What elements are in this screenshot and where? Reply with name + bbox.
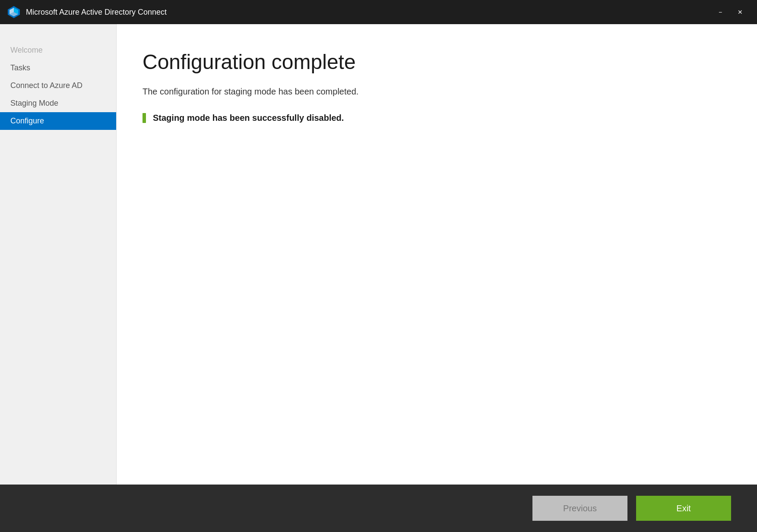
sidebar-item-staging-mode[interactable]: Staging Mode [0, 94, 116, 112]
sidebar-item-configure[interactable]: Configure [0, 112, 116, 130]
sidebar-item-tasks[interactable]: Tasks [0, 59, 116, 77]
close-button[interactable]: ✕ [730, 4, 750, 20]
minimize-button[interactable]: − [710, 4, 730, 20]
previous-button[interactable]: Previous [532, 496, 627, 521]
app-logo-icon [7, 5, 21, 19]
exit-button[interactable]: Exit [636, 496, 731, 521]
sidebar-item-connect-azure-ad[interactable]: Connect to Azure AD [0, 77, 116, 94]
sidebar-item-welcome[interactable]: Welcome [0, 41, 116, 59]
app-title: Microsoft Azure Active Directory Connect [26, 8, 710, 17]
success-text: Staging mode has been successfully disab… [153, 113, 344, 123]
window-controls: − ✕ [710, 4, 750, 20]
success-message: Staging mode has been successfully disab… [143, 113, 731, 123]
main-window: Welcome Tasks Connect to Azure AD Stagin… [0, 24, 757, 532]
main-panel: Configuration complete The configuration… [117, 24, 757, 485]
content-area: Welcome Tasks Connect to Azure AD Stagin… [0, 24, 757, 485]
sidebar: Welcome Tasks Connect to Azure AD Stagin… [0, 24, 117, 485]
success-bar-icon [143, 113, 146, 123]
titlebar: Microsoft Azure Active Directory Connect… [0, 0, 757, 24]
footer: Previous Exit [0, 485, 757, 532]
page-description: The configuration for staging mode has b… [143, 87, 731, 97]
page-title: Configuration complete [143, 50, 731, 74]
